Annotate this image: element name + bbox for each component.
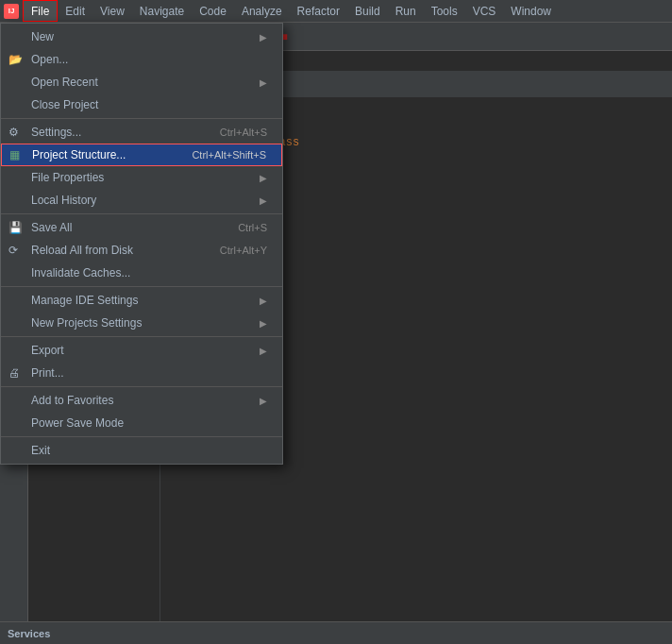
separator-6 [1, 436, 282, 437]
status-services-label[interactable]: Services [8, 628, 50, 639]
menu-item-print[interactable]: 🖨 Print... [1, 362, 282, 384]
separator-1 [1, 118, 282, 119]
menu-item-invalidate[interactable]: Invalidate Caches... [1, 262, 282, 284]
menu-item-reload-shortcut: Ctrl+Alt+Y [220, 245, 267, 256]
menu-code[interactable]: Code [192, 0, 234, 22]
menu-item-file-properties[interactable]: File Properties ▶ [1, 166, 282, 189]
menu-item-close-project-label: Close Project [31, 98, 267, 111]
menu-item-open-recent-arrow: ▶ [260, 77, 267, 88]
reload-icon: ⟳ [8, 244, 18, 257]
menu-analyze[interactable]: Analyze [234, 0, 290, 22]
menu-item-settings-shortcut: Ctrl+Alt+S [220, 127, 267, 138]
menu-item-new-projects-arrow: ▶ [260, 318, 267, 329]
menu-item-open-recent[interactable]: Open Recent ▶ [1, 71, 282, 93]
separator-5 [1, 386, 282, 387]
menu-item-exit-label: Exit [31, 444, 267, 457]
menu-item-open-label: Open... [31, 53, 267, 66]
menu-item-manage-ide-label: Manage IDE Settings [31, 294, 256, 307]
menu-build[interactable]: Build [347, 0, 388, 22]
menu-item-export-label: Export [31, 344, 256, 357]
menu-item-add-favorites-label: Add to Favorites [31, 394, 256, 407]
status-bar: Services [0, 621, 672, 644]
menu-item-new-label: New [31, 30, 256, 43]
menu-edit[interactable]: Edit [58, 0, 92, 22]
menu-refactor[interactable]: Refactor [290, 0, 347, 22]
menu-item-settings[interactable]: ⚙ Settings... Ctrl+Alt+S [1, 121, 282, 144]
menu-item-power-save-label: Power Save Mode [31, 416, 267, 430]
menu-item-new-projects[interactable]: New Projects Settings ▶ [1, 312, 282, 334]
menu-item-new-arrow: ▶ [260, 32, 267, 42]
menu-view[interactable]: View [92, 0, 132, 22]
menu-item-new[interactable]: New ▶ [1, 25, 282, 48]
separator-3 [1, 286, 282, 287]
menu-item-save-all[interactable]: 💾 Save All Ctrl+S [1, 216, 282, 239]
menu-item-file-properties-arrow: ▶ [260, 173, 267, 183]
menu-item-project-structure-label: Project Structure... [32, 148, 173, 161]
menu-window[interactable]: Window [503, 0, 559, 22]
app-logo: IJ [4, 4, 19, 19]
menu-item-save-all-label: Save All [31, 221, 219, 234]
menu-item-add-favorites-arrow: ▶ [260, 396, 267, 406]
menu-item-exit[interactable]: Exit [1, 439, 282, 462]
menu-item-power-save[interactable]: Power Save Mode [1, 412, 282, 434]
menu-run[interactable]: Run [388, 0, 424, 22]
menu-item-local-history[interactable]: Local History ▶ [1, 189, 282, 212]
menu-vcs[interactable]: VCS [465, 0, 504, 22]
menu-bar: IJ File Edit View Navigate Code Analyze … [0, 0, 672, 23]
dropdown-overlay: New ▶ 📂 Open... Open Recent ▶ Close Proj… [0, 23, 283, 465]
menu-item-open-recent-label: Open Recent [31, 76, 256, 89]
menu-item-file-properties-label: File Properties [31, 171, 256, 184]
menu-item-project-structure-shortcut: Ctrl+Alt+Shift+S [192, 149, 266, 161]
menu-item-reload[interactable]: ⟳ Reload All from Disk Ctrl+Alt+Y [1, 239, 282, 262]
separator-4 [1, 336, 282, 337]
save-icon: 💾 [8, 221, 23, 234]
menu-item-settings-label: Settings... [31, 126, 201, 139]
settings-icon: ⚙ [8, 126, 19, 139]
menu-item-save-all-shortcut: Ctrl+S [238, 222, 267, 233]
menu-navigate[interactable]: Navigate [132, 0, 192, 22]
menu-item-local-history-arrow: ▶ [260, 195, 267, 206]
file-dropdown-menu: New ▶ 📂 Open... Open Recent ▶ Close Proj… [0, 23, 283, 465]
separator-2 [1, 213, 282, 214]
menu-tools[interactable]: Tools [424, 0, 465, 22]
menu-item-reload-label: Reload All from Disk [31, 244, 201, 257]
menu-item-add-favorites[interactable]: Add to Favorites ▶ [1, 389, 282, 412]
menu-item-manage-ide-arrow: ▶ [260, 296, 267, 306]
menu-item-export-arrow: ▶ [260, 346, 267, 356]
menu-item-print-label: Print... [31, 366, 267, 380]
menu-item-invalidate-label: Invalidate Caches... [31, 266, 267, 280]
open-folder-icon: 📂 [8, 53, 23, 66]
menu-item-manage-ide[interactable]: Manage IDE Settings ▶ [1, 289, 282, 312]
project-structure-icon: ▦ [9, 148, 20, 161]
menu-item-project-structure[interactable]: ▦ Project Structure... Ctrl+Alt+Shift+S [1, 144, 282, 166]
menu-item-export[interactable]: Export ▶ [1, 339, 282, 362]
menu-item-local-history-label: Local History [31, 194, 256, 207]
menu-item-open[interactable]: 📂 Open... [1, 48, 282, 71]
menu-item-close-project[interactable]: Close Project [1, 93, 282, 116]
menu-item-new-projects-label: New Projects Settings [31, 316, 256, 330]
print-icon: 🖨 [8, 366, 20, 380]
menu-file[interactable]: File [23, 0, 58, 22]
